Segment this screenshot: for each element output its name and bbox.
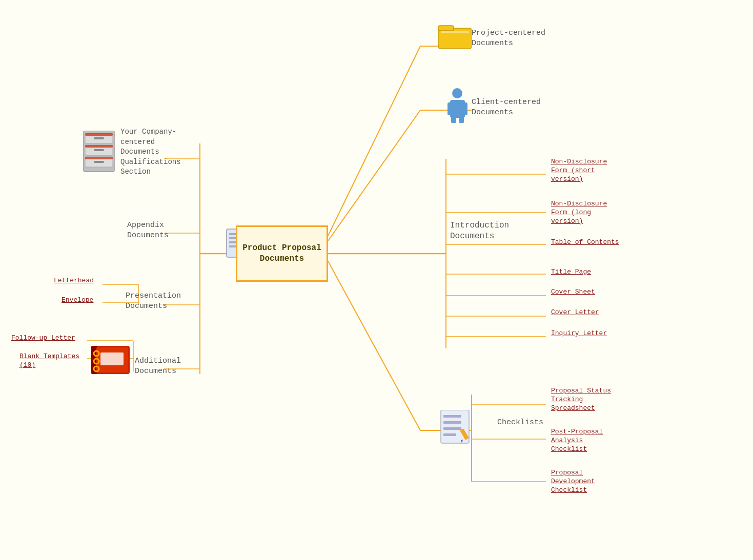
mind-map-canvas: Product Proposal Documents IntroductionD… (0, 0, 753, 560)
svg-rect-33 (441, 31, 469, 33)
introduction-documents-label: IntroductionDocuments (450, 220, 509, 242)
svg-rect-59 (443, 421, 461, 424)
center-node: Product Proposal Documents (236, 225, 328, 282)
cover-letter-label[interactable]: Cover Letter (551, 308, 599, 317)
svg-rect-58 (443, 415, 461, 418)
presentation-documents-label: PresentationDocuments (126, 291, 181, 311)
blank-templates-label[interactable]: Blank Templates(10) (19, 352, 79, 370)
svg-rect-61 (443, 433, 456, 436)
svg-rect-45 (94, 149, 104, 151)
svg-rect-60 (443, 427, 461, 430)
letterhead-label[interactable]: Letterhead (54, 277, 94, 285)
svg-point-34 (452, 88, 462, 98)
person-icon (446, 87, 469, 126)
folder-icon (438, 20, 472, 51)
non-disclosure-short-label[interactable]: Non-DisclosureForm (shortversion) (551, 158, 607, 184)
svg-rect-46 (94, 161, 104, 163)
title-page-label[interactable]: Title Page (551, 268, 591, 277)
svg-rect-37 (462, 102, 467, 115)
svg-rect-47 (85, 133, 113, 136)
cover-sheet-label[interactable]: Cover Sheet (551, 288, 595, 297)
svg-rect-39 (459, 116, 464, 123)
proposal-status-tracking-label[interactable]: Proposal StatusTrackingSpreadsheet (551, 387, 611, 413)
proposal-development-label[interactable]: ProposalDevelopmentChecklist (551, 469, 595, 495)
non-disclosure-long-label[interactable]: Non-DisclosureForm (longversion) (551, 200, 607, 226)
center-node-label: Product Proposal Documents (242, 243, 321, 264)
cabinet-icon (81, 131, 117, 177)
svg-rect-36 (447, 102, 453, 115)
svg-rect-32 (438, 26, 454, 31)
svg-rect-48 (85, 145, 113, 148)
connector-lines (0, 0, 753, 560)
svg-rect-44 (94, 137, 104, 139)
envelope-label[interactable]: Envelope (62, 296, 93, 305)
svg-line-9 (328, 46, 420, 236)
svg-rect-56 (100, 352, 124, 365)
project-centered-label: Project-centeredDocuments (472, 28, 545, 48)
table-of-contents-label[interactable]: Table of Contents (551, 238, 619, 247)
post-proposal-analysis-label[interactable]: Post-ProposalAnalysisChecklist (551, 428, 603, 454)
client-centered-label: Client-centeredDocuments (472, 97, 541, 117)
company-centered-label: Your Company-centeredDocumentsQualificat… (120, 127, 181, 177)
follow-up-letter-label[interactable]: Follow-up Letter (11, 334, 75, 343)
svg-line-13 (328, 261, 420, 430)
svg-line-11 (328, 110, 420, 241)
svg-rect-49 (85, 157, 113, 159)
appendix-documents-label: AppendixDocuments (127, 220, 169, 240)
book-icon (91, 343, 132, 382)
inquiry-letter-label[interactable]: Inquiry Letter (551, 329, 607, 338)
checklist-icon (438, 410, 472, 448)
svg-rect-38 (451, 116, 456, 123)
additional-documents-label: AdditionalDocuments (135, 356, 181, 376)
checklists-label: Checklists (497, 418, 543, 428)
